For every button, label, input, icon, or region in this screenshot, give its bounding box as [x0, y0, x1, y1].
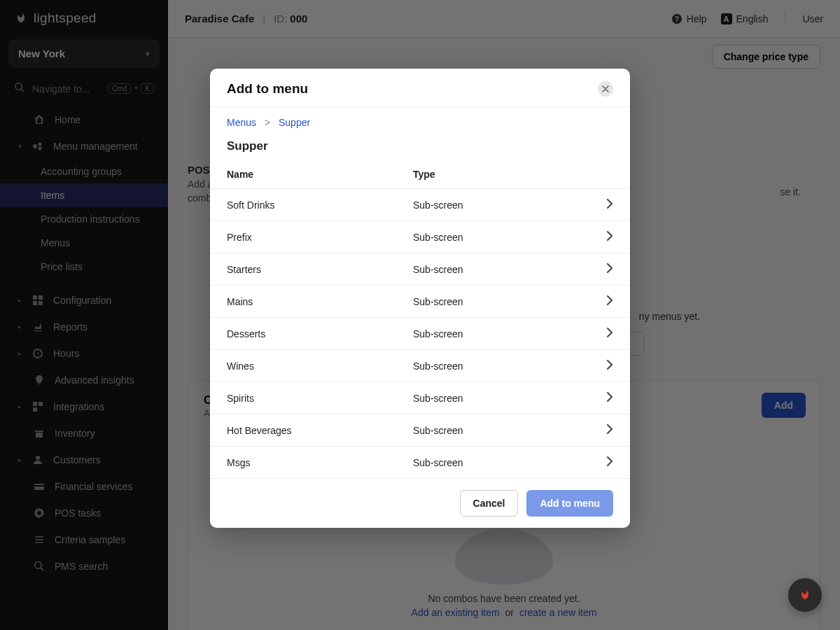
row-name: Desserts	[227, 328, 413, 340]
row-type: Sub-screen	[413, 328, 594, 340]
row-name: Msgs	[227, 457, 413, 468]
modal-list: Soft DrinksSub-screenPrefixSub-screenSta…	[210, 188, 630, 478]
row-name: Mains	[227, 296, 413, 307]
row-name: Wines	[227, 360, 413, 372]
modal-close-button[interactable]	[598, 81, 613, 97]
row-type: Sub-screen	[413, 360, 594, 372]
support-fab[interactable]	[788, 578, 822, 612]
row-name: Spirits	[227, 393, 413, 404]
modal-breadcrumb: Menus > Supper	[210, 107, 630, 128]
row-type: Sub-screen	[413, 425, 594, 436]
add-to-menu-button[interactable]: Add to menu	[526, 490, 613, 517]
modal-row[interactable]: Soft DrinksSub-screen	[210, 188, 630, 220]
modal-row[interactable]: DessertsSub-screen	[210, 317, 630, 349]
row-type: Sub-screen	[413, 200, 594, 211]
breadcrumb-separator: >	[265, 117, 270, 128]
row-type: Sub-screen	[413, 264, 594, 275]
modal-overlay[interactable]: Add to menu Menus > Supper Supper Name T…	[0, 0, 840, 630]
row-type: Sub-screen	[413, 296, 594, 307]
modal-row[interactable]: PrefixSub-screen	[210, 220, 630, 253]
modal-row[interactable]: WinesSub-screen	[210, 349, 630, 382]
modal-subtitle: Supper	[210, 128, 630, 159]
modal-table-header: Name Type	[210, 159, 630, 188]
breadcrumb-menus[interactable]: Menus	[227, 117, 256, 128]
row-type: Sub-screen	[413, 393, 594, 404]
chevron-right-icon	[594, 456, 613, 468]
chevron-right-icon	[594, 360, 613, 372]
row-name: Hot Beverages	[227, 425, 413, 436]
modal-row[interactable]: StartersSub-screen	[210, 253, 630, 285]
cancel-button[interactable]: Cancel	[460, 490, 519, 517]
chevron-right-icon	[594, 231, 613, 243]
chevron-right-icon	[594, 263, 613, 275]
add-to-menu-modal: Add to menu Menus > Supper Supper Name T…	[210, 69, 630, 528]
close-icon	[602, 85, 609, 92]
row-type: Sub-screen	[413, 457, 594, 468]
breadcrumb-supper[interactable]: Supper	[279, 117, 310, 128]
chevron-right-icon	[594, 328, 613, 340]
column-header-type: Type	[413, 169, 594, 180]
row-name: Prefix	[227, 232, 413, 243]
chevron-right-icon	[594, 295, 613, 307]
modal-row[interactable]: SpiritsSub-screen	[210, 382, 630, 414]
chevron-right-icon	[594, 392, 613, 404]
modal-row[interactable]: Hot BeveragesSub-screen	[210, 414, 630, 446]
column-header-name: Name	[227, 169, 413, 180]
row-name: Starters	[227, 264, 413, 275]
chevron-right-icon	[594, 424, 613, 436]
modal-title: Add to menu	[227, 81, 308, 97]
row-name: Soft Drinks	[227, 200, 413, 211]
flame-icon	[798, 587, 812, 603]
modal-row[interactable]: MsgsSub-screen	[210, 446, 630, 478]
modal-row[interactable]: MainsSub-screen	[210, 285, 630, 317]
chevron-right-icon	[594, 199, 613, 211]
row-type: Sub-screen	[413, 232, 594, 243]
